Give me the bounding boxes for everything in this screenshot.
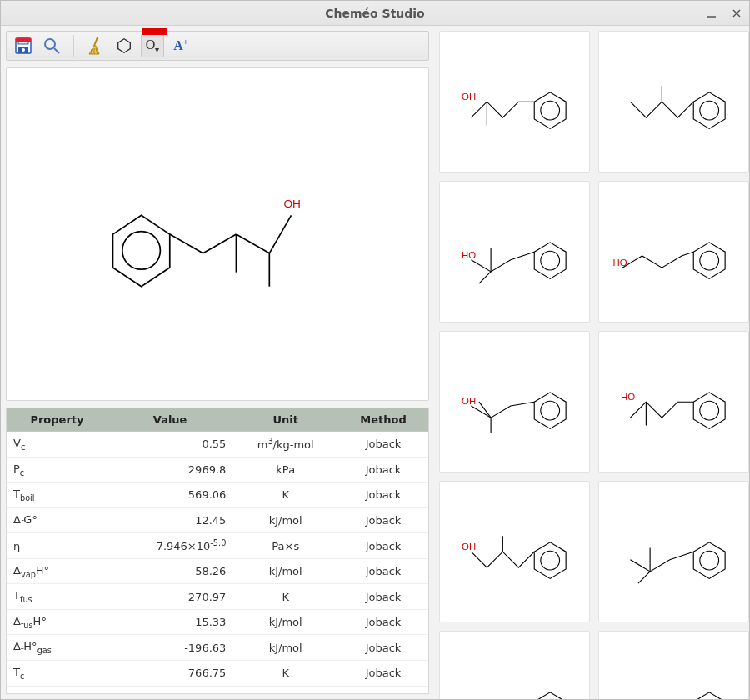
result-structure-drawing: OH <box>448 346 582 458</box>
floppy-icon <box>13 36 33 56</box>
svg-marker-15 <box>113 215 170 286</box>
minimize-button[interactable] <box>704 6 719 21</box>
table-row[interactable]: ΔfG°12.45kJ/molJoback <box>7 508 428 533</box>
svg-line-32 <box>479 272 491 283</box>
property-cell: η <box>7 533 108 558</box>
unit-cell: K <box>232 482 338 508</box>
result-card[interactable]: HO <box>598 181 749 322</box>
unit-cell: kJ/mol <box>232 508 338 533</box>
svg-marker-41 <box>534 392 566 429</box>
svg-line-22 <box>270 215 292 253</box>
unit-cell: Pa×s <box>232 533 338 558</box>
result-structure-drawing: HO <box>607 346 741 458</box>
main-structure-drawing: OH <box>28 85 407 383</box>
unit-cell: K <box>232 584 338 610</box>
broom-icon <box>86 36 106 56</box>
method-cell: Joback <box>338 584 428 610</box>
value-cell: -196.63 <box>108 635 232 661</box>
search-button[interactable] <box>40 34 63 58</box>
method-cell: Joback <box>338 609 428 635</box>
svg-marker-14 <box>118 39 131 53</box>
svg-text:OH: OH <box>284 198 301 210</box>
gallery-scroll[interactable]: OHHOHOOHHOOH <box>434 26 749 699</box>
method-cell: Joback <box>338 533 428 558</box>
result-card[interactable]: HO <box>439 181 590 322</box>
table-row[interactable]: Tfus270.97KJoback <box>7 584 428 610</box>
result-card[interactable]: OH <box>439 31 590 172</box>
svg-text:OH: OH <box>462 92 476 102</box>
svg-line-18 <box>203 234 237 253</box>
svg-marker-29 <box>693 92 725 129</box>
property-cell: Vc <box>7 432 108 458</box>
svg-text:HO: HO <box>621 392 635 402</box>
property-cell: Tboil <box>7 482 108 508</box>
unit-cell: K <box>232 661 338 687</box>
table-row[interactable]: Tc766.75KJoback <box>7 661 428 687</box>
col-property[interactable]: Property <box>7 408 108 432</box>
result-card[interactable] <box>598 631 749 699</box>
benzene-button[interactable] <box>112 34 136 58</box>
svg-line-53 <box>638 572 650 583</box>
save-button[interactable] <box>12 34 35 58</box>
svg-point-6 <box>22 48 25 52</box>
svg-point-26 <box>541 101 560 120</box>
result-card[interactable] <box>439 631 590 699</box>
result-card[interactable]: HO <box>598 331 749 472</box>
results-gallery: OHHOHOOHHOOH <box>439 31 749 699</box>
svg-point-50 <box>541 551 560 570</box>
table-row[interactable]: η7.946×10-5.0Pa×sJoback <box>7 533 428 558</box>
table-row[interactable]: Pc2969.8kPaJoback <box>7 457 428 482</box>
value-cell: 2969.8 <box>108 457 232 482</box>
svg-point-42 <box>541 401 560 420</box>
structure-canvas[interactable]: OH <box>6 68 429 401</box>
method-cell: Joback <box>338 661 428 687</box>
col-method[interactable]: Method <box>338 408 428 432</box>
properties-table-container: Property Value Unit Method Vc0.55m3/kg-m… <box>6 408 429 694</box>
toolbar: O▾ A+ <box>6 31 429 61</box>
col-value[interactable]: Value <box>108 408 232 432</box>
unit-cell: kPa <box>232 457 338 482</box>
unit-cell: kJ/mol <box>232 609 338 635</box>
clear-button[interactable] <box>84 34 108 58</box>
svg-line-9 <box>54 48 59 53</box>
result-card[interactable] <box>598 481 749 622</box>
svg-marker-36 <box>693 242 725 279</box>
property-cell: Tc <box>7 661 108 687</box>
property-cell: Pc <box>7 457 108 482</box>
method-cell: Joback <box>338 457 428 482</box>
value-cell: 270.97 <box>108 584 232 610</box>
table-row[interactable]: Tboil569.06KJoback <box>7 482 428 508</box>
table-row[interactable]: ΔfH°gas-196.63kJ/molJoback <box>7 635 428 661</box>
svg-rect-7 <box>16 38 31 42</box>
svg-line-40 <box>479 402 491 418</box>
col-unit[interactable]: Unit <box>232 408 338 432</box>
table-row[interactable]: Vc0.55m3/kg-molJoback <box>7 432 428 458</box>
a-plus-icon: A+ <box>173 38 188 53</box>
window-controls <box>704 6 744 21</box>
method-cell: Joback <box>338 635 428 661</box>
oxo-label: O▾ <box>146 38 160 54</box>
svg-point-37 <box>700 251 719 270</box>
text-atom-button[interactable]: A+ <box>169 34 192 58</box>
value-cell: 58.26 <box>108 558 232 584</box>
result-card[interactable] <box>598 31 749 172</box>
svg-text:HO: HO <box>462 250 476 260</box>
result-structure-drawing <box>607 46 741 158</box>
oxo-button[interactable]: O▾ <box>141 34 164 58</box>
svg-marker-60 <box>693 692 725 699</box>
property-cell: Tfus <box>7 584 108 610</box>
close-button[interactable] <box>729 6 744 21</box>
svg-marker-33 <box>534 242 566 279</box>
result-card[interactable]: OH <box>439 331 590 472</box>
svg-line-20 <box>237 234 270 253</box>
method-cell: Joback <box>338 508 428 533</box>
svg-line-10 <box>94 38 98 46</box>
svg-point-16 <box>122 232 161 270</box>
unit-cell: kJ/mol <box>232 635 338 661</box>
result-card[interactable]: OH <box>439 481 590 622</box>
svg-point-8 <box>45 39 55 49</box>
table-row[interactable]: ΔvapH°58.26kJ/molJoback <box>7 558 428 584</box>
table-row[interactable]: ΔfusH°15.33kJ/molJoback <box>7 609 428 635</box>
window-title: Cheméo Studio <box>1 7 749 20</box>
properties-table: Property Value Unit Method Vc0.55m3/kg-m… <box>7 408 428 687</box>
